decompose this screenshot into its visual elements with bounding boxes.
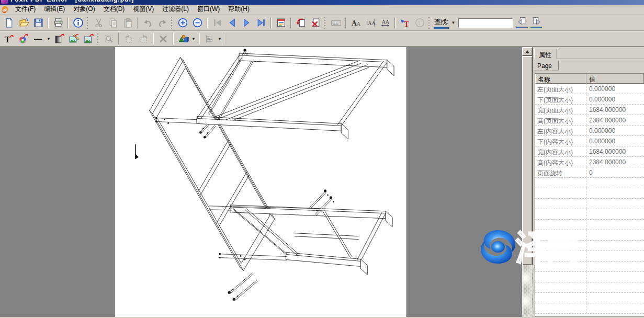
delete-object-button[interactable] bbox=[156, 32, 171, 46]
property-row-empty bbox=[535, 272, 644, 282]
rotate-left-button[interactable] bbox=[121, 32, 136, 46]
property-name: 宽(页面大小) bbox=[535, 105, 586, 115]
property-name bbox=[535, 262, 586, 271]
insert-page-button[interactable] bbox=[293, 16, 308, 30]
align-objects-button[interactable] bbox=[202, 32, 217, 46]
menu-window[interactable]: 窗口(W) bbox=[193, 4, 224, 15]
toolbar-gripper[interactable] bbox=[324, 17, 326, 29]
property-row: 宽(内容大小)1684.000000 bbox=[535, 146, 644, 157]
undo-button[interactable] bbox=[140, 16, 155, 30]
save-button[interactable] bbox=[31, 16, 46, 30]
scrollbar-thumb[interactable] bbox=[522, 56, 533, 265]
property-value[interactable]: 0.000000 bbox=[586, 136, 644, 146]
column-header-value[interactable]: 值 bbox=[586, 74, 644, 84]
property-row-empty bbox=[535, 262, 644, 272]
redo-icon bbox=[157, 17, 168, 28]
property-value[interactable]: 0.000000 bbox=[586, 84, 644, 94]
redo-button[interactable] bbox=[155, 16, 170, 30]
find-options-dropdown[interactable]: ▼ bbox=[450, 16, 456, 30]
line-style-button[interactable] bbox=[31, 32, 46, 46]
menu-filter[interactable]: 过滤器(L) bbox=[158, 4, 193, 15]
add-image-button[interactable] bbox=[81, 32, 96, 46]
rotate-right-button[interactable] bbox=[136, 32, 151, 46]
insert-shape-dropdown[interactable]: ▼ bbox=[190, 32, 197, 46]
font-embed-icon: AA bbox=[351, 17, 361, 28]
touchup-object-button[interactable] bbox=[101, 32, 116, 46]
add-shading-button[interactable] bbox=[52, 32, 66, 46]
edit-image-button[interactable] bbox=[66, 32, 81, 46]
font-kerning-button[interactable]: AA bbox=[363, 16, 378, 30]
menu-object[interactable]: 对象(O) bbox=[69, 4, 99, 15]
font-embed-button[interactable]: AA bbox=[348, 16, 363, 30]
copy-button[interactable] bbox=[106, 16, 120, 30]
property-value[interactable]: 0.000000 bbox=[586, 126, 644, 135]
zoom-out-button[interactable] bbox=[190, 16, 205, 30]
column-header-name[interactable]: 名称 bbox=[535, 74, 586, 84]
paste-button[interactable] bbox=[120, 16, 135, 30]
property-row: 页面旋转0 bbox=[535, 167, 644, 178]
line-style-dropdown[interactable]: ▼ bbox=[46, 32, 52, 46]
cut-button[interactable] bbox=[91, 16, 106, 30]
property-name bbox=[535, 241, 586, 251]
vertical-scrollbar[interactable] bbox=[522, 47, 533, 317]
separator bbox=[137, 17, 138, 29]
property-value[interactable]: 0 bbox=[586, 167, 644, 177]
add-text-object-button[interactable]: T bbox=[2, 32, 16, 46]
menu-edit[interactable]: 编辑(E) bbox=[40, 4, 69, 15]
property-value[interactable]: 2384.000000 bbox=[586, 115, 644, 125]
cut-icon bbox=[93, 17, 104, 28]
pdf-page[interactable] bbox=[114, 47, 407, 317]
property-row: 下(内容大小)0.000000 bbox=[535, 136, 644, 146]
print-button[interactable] bbox=[51, 16, 65, 30]
property-value[interactable]: 1684.000000 bbox=[586, 105, 644, 115]
first-page-icon bbox=[212, 17, 223, 28]
property-name: 下(内容大小) bbox=[535, 136, 586, 146]
menu-document[interactable]: 文档(D) bbox=[99, 4, 129, 15]
property-value[interactable]: 1684.000000 bbox=[586, 146, 644, 156]
virtual-keyboard-button[interactable] bbox=[329, 16, 343, 30]
shading-icon bbox=[54, 33, 65, 44]
text-circle-button[interactable]: T bbox=[412, 16, 427, 30]
insert-shape-button[interactable] bbox=[176, 32, 190, 46]
info-icon bbox=[73, 17, 84, 28]
add-text-button[interactable]: T bbox=[398, 16, 412, 30]
property-value[interactable]: 2384.000000 bbox=[586, 157, 644, 167]
add-color-button[interactable] bbox=[16, 32, 31, 46]
panel-tab-page[interactable]: Page bbox=[534, 61, 559, 71]
panel-tab-properties[interactable]: 属性 bbox=[534, 49, 557, 59]
scroll-up-button[interactable] bbox=[522, 47, 533, 56]
last-page-button[interactable] bbox=[254, 16, 268, 30]
font-spacing-button[interactable]: AA bbox=[378, 16, 392, 30]
delete-page-button[interactable] bbox=[308, 16, 323, 30]
find-previous-underline bbox=[516, 27, 528, 28]
property-value[interactable]: 0.000000 bbox=[586, 94, 644, 104]
open-icon bbox=[18, 17, 29, 28]
property-value bbox=[586, 188, 644, 198]
next-page-button[interactable] bbox=[239, 16, 254, 30]
toolbar-gripper[interactable] bbox=[171, 17, 173, 29]
menu-help[interactable]: 帮助(H) bbox=[224, 4, 254, 15]
align-icon bbox=[204, 33, 215, 44]
find-next-button[interactable] bbox=[529, 16, 543, 30]
property-name: 左(页面大小) bbox=[535, 84, 586, 94]
open-button[interactable] bbox=[16, 16, 31, 30]
menu-file[interactable]: 文件(F) bbox=[11, 4, 40, 15]
toolbar-gripper[interactable] bbox=[86, 17, 89, 29]
document-info-button[interactable] bbox=[71, 16, 85, 30]
document-menu-icon[interactable] bbox=[1, 6, 9, 14]
document-canvas[interactable] bbox=[0, 47, 522, 317]
last-page-icon bbox=[256, 17, 267, 28]
toolbar-gripper[interactable] bbox=[428, 17, 431, 29]
page-layout-button[interactable] bbox=[274, 16, 288, 30]
previous-page-button[interactable] bbox=[224, 16, 239, 30]
menu-view[interactable]: 视图(V) bbox=[129, 4, 158, 15]
first-page-button[interactable] bbox=[210, 16, 224, 30]
new-document-button[interactable] bbox=[2, 16, 16, 30]
find-previous-button[interactable] bbox=[515, 16, 529, 30]
align-objects-dropdown[interactable]: ▼ bbox=[217, 32, 223, 46]
zoom-in-button[interactable] bbox=[175, 16, 190, 30]
toolbar-gripper[interactable] bbox=[97, 33, 99, 44]
find-input[interactable] bbox=[458, 18, 513, 28]
svg-text:AA: AA bbox=[368, 20, 376, 26]
new-document-icon bbox=[4, 17, 15, 28]
